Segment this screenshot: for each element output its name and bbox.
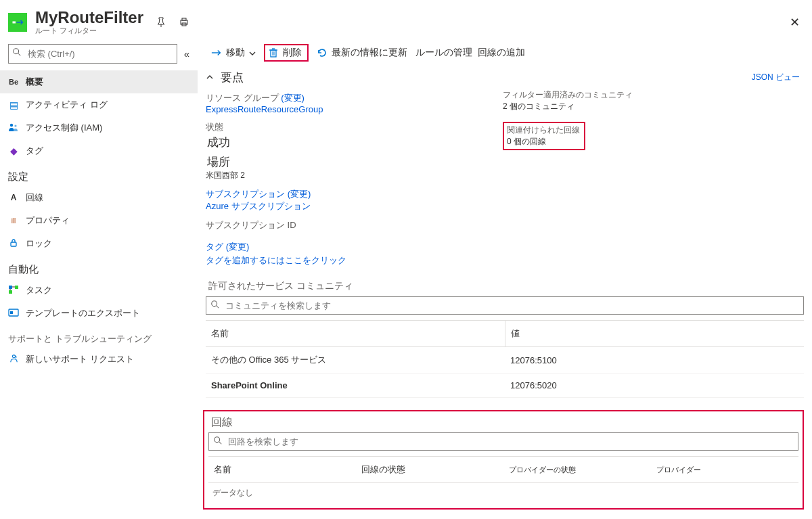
associated-circuits-value: 0 個の回線 [507,136,580,148]
add-circuit-label: 回線の追加 [478,47,525,59]
filtered-communities-label: フィルター適用済みのコミュニティ [503,89,800,101]
resource-group-label: リソース グループ (変更) [206,92,503,104]
sidebar-section-automation: 自動化 [0,255,198,279]
status-label: 状態 [206,121,503,133]
pin-icon[interactable] [156,17,166,28]
manage-rules-button[interactable]: ルールの管理 [410,44,478,62]
sidebar-item-label: ロック [26,238,52,250]
table-row[interactable]: その他の Office 365 サービス 12076:5100 [206,347,804,374]
subscription-label: サブスクリプション [206,189,285,199]
search-icon [213,436,223,447]
col-circuit-state[interactable]: 回線の状態 [356,457,503,483]
sidebar-item-iam[interactable]: アクセス制御 (IAM) [0,116,198,139]
sidebar-item-export-template[interactable]: テンプレートのエクスポート [0,302,198,325]
col-value[interactable]: 値 [505,321,804,347]
communities-search-input[interactable] [206,297,803,314]
sidebar-item-label: テンプレートのエクスポート [26,307,140,319]
subscription-change[interactable]: (変更) [288,189,311,199]
table-row[interactable]: SharePoint Online 12076:5020 [206,374,804,398]
json-view-link[interactable]: JSON ビュー [752,72,800,83]
sidebar-item-label: タグ [26,145,43,157]
svg-point-7 [14,125,16,127]
location-label: 場所 [206,153,503,170]
svg-line-5 [18,53,21,56]
svg-rect-0 [13,21,16,23]
move-button[interactable]: 移動 [206,44,261,62]
sidebar-item-activity-log[interactable]: ▤ アクティビティ ログ [0,93,198,116]
sidebar-item-new-support[interactable]: 新しいサポート リクエスト [0,348,198,371]
sidebar-item-tags[interactable]: ◆ タグ [0,139,198,162]
delete-label: 削除 [283,47,302,59]
svg-point-25 [215,437,220,443]
sidebar-item-locks[interactable]: ロック [0,232,198,255]
add-circuit-button[interactable]: 回線の追加 [472,44,531,62]
activity-log-icon: ▤ [8,99,19,110]
tags-change[interactable]: (変更) [226,242,250,252]
sidebar-item-label: アクティビティ ログ [26,99,108,111]
svg-rect-2 [182,18,186,20]
tags-label: タグ [206,242,223,252]
sidebar-item-label: 概要 [26,76,43,88]
refresh-button[interactable]: 最新の情報に更新 [311,44,413,62]
page-subtitle: ルート フィルター [35,26,143,36]
location-value: 米国西部 2 [206,170,503,181]
communities-table: 名前 値 その他の Office 365 サービス 12076:5100 Sha… [206,320,804,398]
refresh-icon [317,47,328,58]
support-icon [8,353,19,365]
move-label: 移動 [226,47,245,59]
status-value: 成功 [206,133,503,153]
svg-rect-8 [11,242,16,246]
close-icon[interactable]: ✕ [790,15,800,30]
svg-point-6 [10,123,13,126]
svg-rect-11 [9,290,12,294]
delete-button[interactable]: 削除 [264,44,309,62]
circuits-table: 名前 回線の状態 プロバイダーの状態 プロバイダー [208,456,798,483]
export-template-icon [8,308,19,319]
search-icon [12,47,22,59]
properties-icon: ill [8,217,19,225]
col-name[interactable]: 名前 [208,457,356,483]
resource-group-change[interactable]: (変更) [281,93,304,103]
overview-icon: Be [8,78,19,86]
sidebar-search-input[interactable] [8,44,177,64]
col-provider[interactable]: プロバイダー [651,457,798,483]
svg-rect-18 [271,50,276,57]
svg-line-24 [217,306,219,309]
page-title: MyRouteFilter [35,8,143,27]
tags-add-link[interactable]: タグを追加するにはここをクリック [206,254,800,267]
route-filter-icon [8,13,27,32]
col-provider-state[interactable]: プロバイダーの状態 [503,457,651,483]
sidebar-item-properties[interactable]: ill プロパティ [0,209,198,232]
essentials-collapse-icon[interactable] [206,72,214,83]
toolbar: 移動 削除 最新の情報に更新 [198,39,812,67]
subscription-id-label: サブスクリプション ID [206,219,503,231]
associated-circuits-box: 関連付けられた回線 0 個の回線 [503,122,585,150]
svg-line-26 [219,442,222,445]
col-name[interactable]: 名前 [206,321,505,347]
subscription-value[interactable]: Azure サブスクリプション [206,200,503,212]
chevron-down-icon [249,48,256,58]
svg-point-16 [12,355,15,358]
sidebar-section-settings: 設定 [0,162,198,186]
resource-group-value[interactable]: ExpressRouteResourceGroup [206,104,503,114]
associated-circuits-label: 関連付けられた回線 [507,125,580,136]
move-arrow-icon [211,47,222,58]
essentials-label: 要点 [221,70,244,85]
sidebar-item-label: 新しいサポート リクエスト [26,353,134,365]
sidebar-item-label: 回線 [26,191,43,204]
tags-icon: ◆ [8,145,19,156]
svg-point-4 [14,49,19,54]
filtered-communities-value: 2 個のコミュニティ [503,101,800,112]
svg-rect-9 [9,286,12,289]
sidebar: « Be 概要 ▤ アクティビティ ログ アクセス制御 (IAM) ◆ タグ 設… [0,39,198,519]
svg-rect-15 [10,311,13,314]
circuits-search-input[interactable] [209,433,798,450]
sidebar-item-overview[interactable]: Be 概要 [0,70,198,93]
tasks-icon [8,285,19,296]
svg-point-23 [212,301,217,307]
sidebar-item-label: アクセス制御 (IAM) [26,122,102,134]
sidebar-item-circuits[interactable]: A 回線 [0,186,198,209]
sidebar-item-tasks[interactable]: タスク [0,279,198,302]
collapse-sidebar-icon[interactable]: « [184,48,189,60]
print-icon[interactable] [179,17,189,28]
